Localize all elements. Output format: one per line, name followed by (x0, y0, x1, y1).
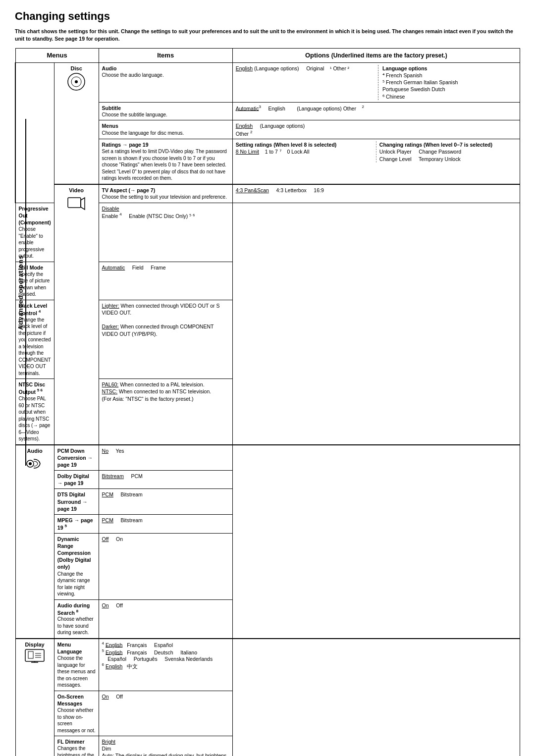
audio-dts-item: DTS Digital Surround → page 19 (54, 489, 99, 515)
video-icon (67, 194, 86, 213)
audio-dynamicrange-item: Dynamic Range Compression (Dolby Digital… (54, 533, 99, 599)
display-icon (24, 648, 45, 666)
disc-icon (67, 72, 86, 91)
display-menulang-options: 4 English Français Español 5 English Fra… (99, 639, 232, 691)
audio-dolby-item: Dolby Digital → page 19 (54, 471, 99, 489)
audio-search-options: On Off (99, 599, 232, 639)
video-tvaspect-item: TV Aspect (→ page 7) Choose the setting … (99, 184, 232, 203)
svg-marker-4 (81, 198, 85, 210)
disc-subtitle-item: Subtitle Choose the subtitle language. (99, 102, 232, 120)
svg-point-2 (75, 80, 78, 83)
disc-menus-options: English (Language options) Other 2 (232, 120, 520, 139)
disc-menus-item: Menus Choose the language for disc menus… (99, 120, 232, 139)
audio-search-item: Audio during Search 8 Choose whether to … (54, 599, 99, 639)
audio-dynamicrange-options: Off On (99, 533, 232, 599)
video-ntsc-options: PAL60: When connected to a PAL televisio… (99, 379, 232, 445)
display-menulang-item: Menu Language Choose the language for th… (54, 639, 99, 691)
video-progressive-options: Disable Enable 4 Enable (NTSC Disc Only)… (99, 203, 232, 262)
video-tvaspect-options: 4:3 Pan&Scan 4:3 Letterbox 16:9 (232, 184, 520, 203)
display-section-label: Display (15, 639, 54, 756)
video-stillmode-options: Automatic Field Frame (99, 262, 232, 300)
audio-mpeg-item: MPEG → page 19 5 (54, 514, 99, 533)
disc-subtitle-options: Automatic3 English (Language options) Ot… (232, 102, 520, 120)
disc-ratings-item: Ratings → page 19 Set a ratings level to… (99, 139, 232, 184)
video-blacklevel-options: Lighter: When connected through VIDEO OU… (99, 300, 232, 378)
audio-icon (25, 454, 44, 473)
header-items: Items (99, 49, 232, 63)
audio-pcm-item: PCM Down Conversion → page 19 (54, 445, 99, 471)
svg-point-6 (29, 462, 32, 465)
svg-rect-3 (68, 198, 81, 208)
intro-text: This chart shows the settings for this u… (15, 28, 520, 42)
display-onscreen-options: On Off (99, 691, 232, 736)
svg-rect-8 (28, 651, 33, 658)
video-section-label: Video (54, 184, 99, 445)
audio-dolby-options: Bitstream PCM (99, 471, 232, 489)
display-fldimmer-item: FL Dimmer Changes the brightness of the … (54, 736, 99, 756)
advanced-operations-label: Advanced operations (16, 119, 26, 466)
audio-dts-options: PCM Bitstream (99, 489, 232, 515)
disc-audio-item: Audio Choose the audio language. (99, 62, 232, 102)
display-onscreen-item: On-Screen Messages Choose whether to sho… (54, 691, 99, 736)
header-menus: Menus (15, 49, 99, 63)
display-fldimmer-options: Bright Dim Auto: The display is dimmed d… (99, 736, 232, 756)
page-title: Changing settings (15, 10, 520, 23)
header-options: Options (Underlined items are the factor… (232, 49, 520, 63)
audio-mpeg-options: PCM Bitstream (99, 514, 232, 533)
audio-pcm-options: No Yes (99, 445, 232, 471)
disc-ratings-options: Setting ratings (When level 8 is selecte… (232, 139, 520, 184)
audio-section-label: Audio (15, 445, 54, 639)
disc-section-label: Disc (54, 62, 99, 184)
disc-audio-options: English (Language options) Original ¹ Ot… (232, 62, 520, 102)
